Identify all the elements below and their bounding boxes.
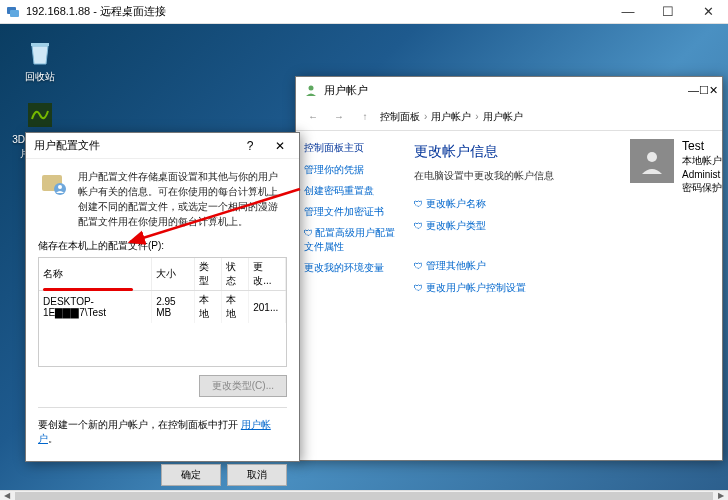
control-panel-window: 用户帐户 — ☐ ✕ ← → ↑ 控制面板› 用户帐户› 用户帐户 控制面板主页… [295, 76, 723, 461]
user-admin: Administ [682, 169, 722, 180]
profiles-list-label: 储存在本机上的配置文件(P): [38, 239, 287, 253]
col-modified[interactable]: 更改... [249, 258, 286, 291]
scroll-left-button[interactable]: ◀ [0, 491, 14, 500]
cancel-button[interactable]: 取消 [227, 464, 287, 486]
link-change-name[interactable]: 更改帐户名称 [414, 197, 712, 211]
profiles-table[interactable]: 名称 大小 类型 状态 更改... DESKTOP-1E▇▇▇7\Test 2.… [38, 257, 287, 367]
sidebar-item-advanced-profiles[interactable]: 配置高级用户配置文件属性 [304, 226, 396, 254]
svg-rect-1 [10, 10, 19, 17]
nav-forward-button[interactable]: → [328, 106, 350, 128]
col-name[interactable]: 名称 [39, 258, 152, 291]
svg-point-8 [58, 185, 62, 189]
nav-up-button[interactable]: ↑ [354, 106, 376, 128]
breadcrumb[interactable]: 控制面板› 用户帐户› 用户帐户 [380, 110, 716, 124]
maximize-button[interactable]: ☐ [648, 0, 688, 24]
profiles-icon [38, 169, 70, 201]
control-panel-titlebar: 用户帐户 — ☐ ✕ [296, 77, 722, 103]
user-accounts-icon [304, 83, 318, 97]
minimize-button[interactable]: — [608, 0, 648, 24]
breadcrumb-item[interactable]: 用户帐户 [483, 110, 523, 124]
svg-rect-2 [31, 43, 49, 46]
profiles-title: 用户配置文件 [34, 138, 235, 153]
create-account-hint: 要创建一个新的用户帐户，在控制面板中打开 用户帐户。 [38, 418, 287, 446]
rdp-title: 192.168.1.88 - 远程桌面连接 [26, 4, 608, 19]
horizontal-scrollbar[interactable]: ◀ ▶ [0, 490, 728, 500]
table-row[interactable]: DESKTOP-1E▇▇▇7\Test 2.95 MB 本地 本地 201... [39, 291, 286, 324]
profiles-description: 用户配置文件存储桌面设置和其他与你的用户帐户有关的信息。可在你使用的每台计算机上… [78, 169, 287, 229]
user-password: 密码保护 [682, 181, 722, 195]
scroll-right-button[interactable]: ▶ [714, 491, 728, 500]
profiles-help-button[interactable]: ? [235, 136, 265, 156]
remote-desktop: 回收站 3D Vision 照片查看器 用户帐户 — ☐ ✕ ← → ↑ 控制面… [0, 24, 728, 490]
nav-back-button[interactable]: ← [302, 106, 324, 128]
sidebar-item-credentials[interactable]: 管理你的凭据 [304, 163, 396, 177]
scroll-thumb[interactable] [15, 492, 713, 500]
cp-maximize-button[interactable]: ☐ [699, 84, 709, 97]
col-status[interactable]: 状态 [222, 258, 249, 291]
sidebar-header[interactable]: 控制面板主页 [304, 141, 396, 155]
cp-close-button[interactable]: ✕ [709, 84, 718, 97]
profiles-close-button[interactable]: ✕ [265, 136, 295, 156]
cp-minimize-button[interactable]: — [688, 84, 699, 96]
link-manage-others[interactable]: 管理其他帐户 [414, 259, 712, 273]
annotation-redline [43, 288, 133, 291]
user-profiles-dialog: 用户配置文件 ? ✕ 用户配置文件存储桌面设置和其他与你的用户帐户有关的信息。可… [25, 132, 300, 462]
svg-point-5 [647, 152, 657, 162]
rdp-titlebar: 192.168.1.88 - 远程桌面连接 — ☐ ✕ [0, 0, 728, 24]
recycle-bin-label: 回收站 [10, 70, 70, 84]
sidebar-item-env-vars[interactable]: 更改我的环境变量 [304, 261, 396, 275]
col-size[interactable]: 大小 [152, 258, 195, 291]
breadcrumb-item[interactable]: 控制面板 [380, 110, 420, 124]
current-user-info: Test 本地帐户 Administ 密码保护 [630, 139, 722, 195]
breadcrumb-item[interactable]: 用户帐户 [431, 110, 471, 124]
sidebar-item-file-encrypt[interactable]: 管理文件加密证书 [304, 205, 396, 219]
svg-point-4 [309, 86, 314, 91]
control-panel-sidebar: 控制面板主页 管理你的凭据 创建密码重置盘 管理文件加密证书 配置高级用户配置文… [296, 131, 404, 460]
link-change-type[interactable]: 更改帐户类型 [414, 219, 712, 233]
control-panel-main: Test 本地帐户 Administ 密码保护 更改帐户信息 在电脑设置中更改我… [404, 131, 722, 460]
close-button[interactable]: ✕ [688, 0, 728, 24]
control-panel-nav: ← → ↑ 控制面板› 用户帐户› 用户帐户 [296, 103, 722, 131]
recycle-bin-icon[interactable]: 回收站 [10, 36, 70, 84]
sidebar-item-password-reset[interactable]: 创建密码重置盘 [304, 184, 396, 198]
profiles-titlebar: 用户配置文件 ? ✕ [26, 133, 299, 159]
link-uac-settings[interactable]: 更改用户帐户控制设置 [414, 281, 712, 295]
change-type-button[interactable]: 更改类型(C)... [199, 375, 287, 397]
rdp-icon [6, 5, 20, 19]
user-role: 本地帐户 [682, 154, 722, 168]
col-type[interactable]: 类型 [195, 258, 222, 291]
ok-button[interactable]: 确定 [161, 464, 221, 486]
user-name: Test [682, 139, 722, 153]
avatar [630, 139, 674, 183]
control-panel-title: 用户帐户 [324, 83, 688, 98]
